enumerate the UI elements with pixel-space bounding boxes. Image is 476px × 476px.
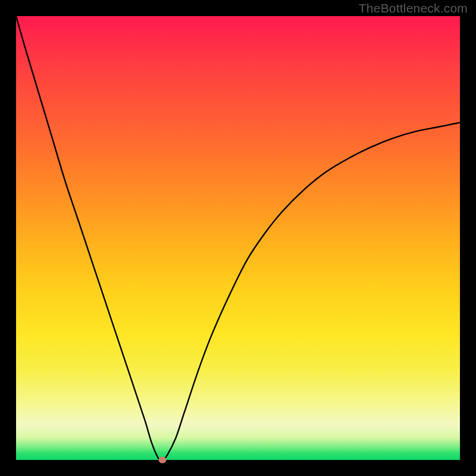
watermark-text: TheBottleneck.com bbox=[359, 1, 468, 15]
optimum-marker bbox=[159, 457, 167, 464]
plot-area bbox=[16, 16, 460, 460]
chart-frame: TheBottleneck.com bbox=[0, 0, 476, 476]
bottleneck-curve bbox=[16, 16, 460, 460]
